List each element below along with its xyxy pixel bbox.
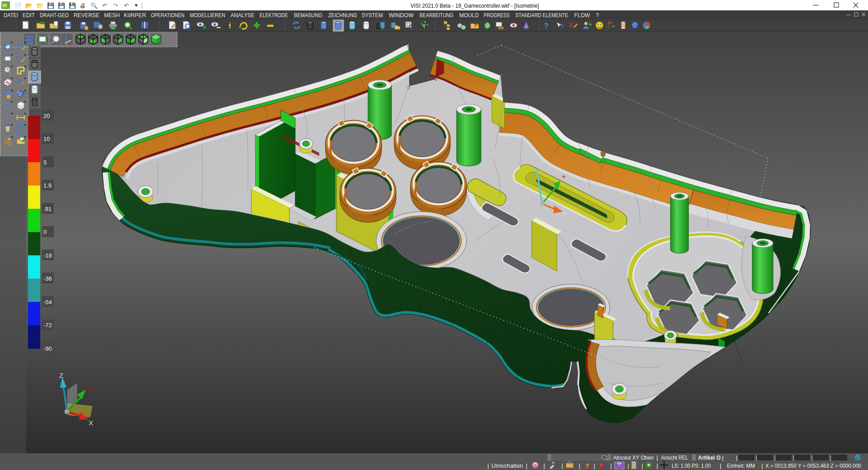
svg-text:Artikel O: Artikel O (698, 454, 721, 461)
svg-text:SYSTEM: SYSTEM (362, 12, 383, 19)
svg-text:Z: Z (59, 371, 63, 379)
svg-text:-36: -36 (43, 275, 52, 282)
svg-text:?: ? (5, 113, 10, 122)
svg-text:MODELLIEREN: MODELLIEREN (190, 12, 225, 19)
svg-text:↶: ↶ (102, 2, 107, 9)
svg-text:?: ? (561, 24, 564, 30)
svg-text:WINDOW: WINDOW (389, 12, 414, 19)
svg-text:|: | (594, 462, 595, 469)
svg-text:MESH: MESH (104, 12, 120, 19)
svg-text:ELEKTRODE: ELEKTRODE (259, 12, 288, 19)
svg-text:1.9: 1.9 (43, 182, 52, 189)
svg-text:📁: 📁 (36, 2, 44, 9)
svg-text:X: X (89, 419, 93, 427)
svg-text:FLOW: FLOW (574, 12, 590, 19)
svg-text:🖨: 🖨 (80, 2, 85, 9)
svg-text:BEMAßUNG: BEMAßUNG (294, 12, 322, 19)
svg-text:↷: ↷ (113, 2, 118, 9)
svg-text:|: | (656, 454, 658, 461)
svg-text:0: 0 (43, 229, 47, 235)
svg-text:📂: 📂 (25, 2, 33, 9)
svg-text:-72: -72 (43, 322, 52, 329)
svg-text:|: | (561, 462, 563, 469)
svg-text:x: x (563, 210, 566, 216)
svg-text:DRAHT-GEO: DRAHT-GEO (40, 12, 69, 19)
svg-text:|: | (722, 454, 724, 461)
svg-text:-18: -18 (43, 252, 52, 259)
svg-text:10: 10 (43, 136, 50, 142)
svg-text:X = 0013.950 Y = 0053.463 Z =: X = 0013.950 Y = 0053.463 Z = 0000.000 (765, 462, 861, 469)
svg-text:?: ? (544, 22, 548, 30)
svg-text:STANDARD ELEMENTE: STANDARD ELEMENTE (515, 12, 568, 19)
svg-text:REVERSE: REVERSE (74, 12, 99, 19)
svg-text:|: | (579, 462, 580, 469)
svg-text:OPERATIONEN: OPERATIONEN (151, 12, 184, 19)
svg-text:|: | (627, 462, 629, 469)
svg-text:PROGRESS: PROGRESS (484, 12, 509, 19)
svg-text:LS: 1.00 PS: 1.00: LS: 1.00 PS: 1.00 (672, 462, 711, 469)
svg-text:Umschalten: Umschalten (491, 462, 523, 469)
svg-text:5: 5 (43, 159, 47, 166)
svg-text:|: | (720, 462, 722, 469)
svg-text:.91: .91 (43, 206, 52, 212)
svg-text:|: | (526, 462, 528, 469)
svg-text:💾: 💾 (69, 2, 76, 9)
svg-text:|: | (656, 462, 658, 469)
svg-text:VISI 2021.0 Beta - 19_Gamecont: VISI 2021.0 Beta - 19_Gamecontroller.wkf… (410, 2, 539, 9)
svg-text:Absolut XY Oben: Absolut XY Oben (613, 454, 654, 461)
svg-text:|: | (736, 454, 738, 461)
svg-text:|: | (543, 462, 545, 469)
svg-text:-90: -90 (43, 345, 52, 352)
svg-text:▾: ▾ (135, 2, 138, 9)
svg-text:|: | (761, 462, 763, 469)
svg-text:↶: ↶ (124, 2, 129, 9)
svg-text:DATEI: DATEI (4, 12, 18, 19)
svg-text:|: | (642, 462, 643, 469)
svg-text:Einheit: MM: Einheit: MM (727, 462, 755, 469)
svg-text:|: | (610, 462, 612, 469)
svg-text:ZEICHNUNG: ZEICHNUNG (328, 12, 357, 19)
svg-text:🔍: 🔍 (90, 2, 98, 9)
svg-text:?: ? (585, 462, 589, 470)
svg-text:ANALYSE: ANALYSE (231, 12, 255, 19)
svg-text:MOULD: MOULD (459, 12, 479, 19)
svg-text:20: 20 (43, 113, 50, 119)
svg-text:?: ? (596, 12, 599, 19)
svg-text:|: | (141, 2, 142, 9)
svg-text:BEARBEITUNG: BEARBEITUNG (420, 12, 453, 19)
svg-text:📄: 📄 (14, 2, 22, 9)
svg-text:EDIT: EDIT (23, 12, 35, 19)
svg-text:💾: 💾 (47, 2, 55, 9)
svg-text:Vi: Vi (2, 3, 7, 8)
svg-text:|: | (487, 462, 489, 469)
svg-text:Ansicht REL: Ansicht REL (661, 454, 688, 461)
svg-text:💾: 💾 (58, 2, 66, 9)
svg-text:-54: -54 (43, 299, 52, 306)
svg-text:KöRPER: KöRPER (124, 12, 146, 19)
